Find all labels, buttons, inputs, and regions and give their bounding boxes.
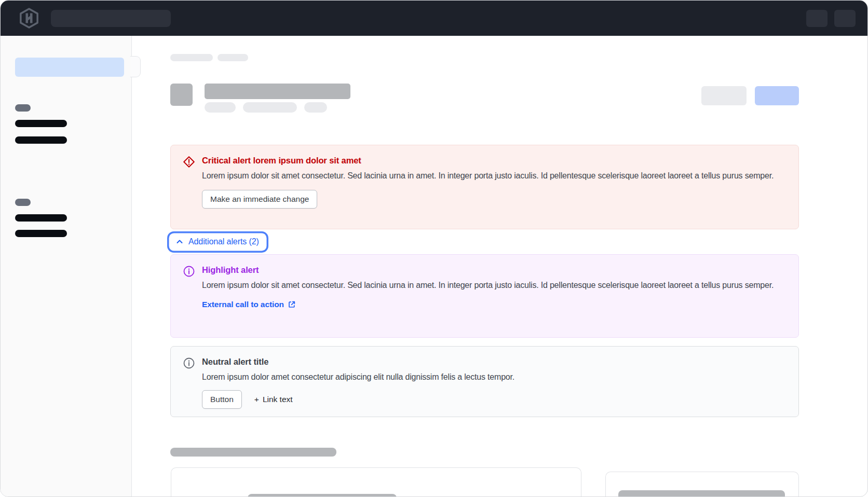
highlight-alert: Highlight alert Lorem ipsum dolor sit am… — [170, 254, 799, 338]
sidebar-nav-item-skeleton[interactable] — [15, 230, 67, 237]
breadcrumb-skeleton — [218, 54, 248, 61]
sidebar-section-label-skeleton — [15, 199, 31, 206]
neutral-link-label: Link text — [263, 395, 293, 404]
info-circle-icon — [183, 265, 195, 327]
sidebar-item-selected[interactable] — [15, 58, 124, 77]
sidebar-nav-item-skeleton[interactable] — [15, 120, 67, 127]
page-title-skeleton — [205, 84, 350, 99]
sidebar-nav-item-skeleton[interactable] — [15, 214, 67, 222]
highlight-alert-title: Highlight alert — [202, 265, 786, 275]
sidebar-nav-item-skeleton[interactable] — [15, 136, 67, 144]
hashicorp-logo-icon — [19, 8, 39, 29]
plus-icon: + — [254, 395, 259, 404]
sidebar-section-label-skeleton — [15, 104, 31, 112]
critical-alert-body: Lorem ipsum dolor sit amet consectetur. … — [202, 169, 786, 182]
additional-alerts-toggle[interactable]: Additional alerts (2) — [170, 234, 265, 250]
section-title-skeleton — [170, 448, 336, 457]
breadcrumb-skeleton — [170, 54, 213, 61]
highlight-alert-body: Lorem ipsum dolor sit amet consectetur. … — [202, 279, 786, 292]
page-badge-skeleton — [304, 102, 327, 113]
card-bar-skeleton — [248, 494, 397, 497]
top-navbar — [1, 1, 867, 36]
sidebar — [1, 36, 132, 497]
neutral-button[interactable]: Button — [202, 390, 242, 409]
content-card-left — [171, 467, 581, 497]
page-badge-skeleton — [205, 102, 236, 113]
critical-alert-title: Critical alert lorem ipsum dolor sit ame… — [202, 156, 786, 165]
external-cta-link[interactable]: External call to action — [202, 300, 296, 309]
neutral-alert: Neutral alert title Lorem ipsum dolor am… — [170, 346, 799, 417]
alert-diamond-icon — [183, 156, 195, 218]
neutral-alert-body: Lorem ipsum dolor amet consectetur adipi… — [202, 370, 786, 383]
sidebar-resize-handle[interactable] — [130, 56, 141, 77]
page-avatar-skeleton — [170, 84, 193, 106]
content-card-right — [605, 472, 799, 497]
additional-alerts-label: Additional alerts (2) — [188, 237, 259, 246]
card-bar-skeleton — [618, 490, 785, 497]
external-cta-label: External call to action — [202, 300, 284, 309]
app-window: Critical alert lorem ipsum dolor sit ame… — [0, 0, 868, 497]
navbar-action-placeholder-2[interactable] — [834, 10, 856, 27]
neutral-alert-title: Neutral alert title — [202, 357, 786, 367]
page-badge-skeleton — [243, 102, 297, 113]
immediate-change-button[interactable]: Make an immediate change — [202, 190, 317, 209]
neutral-link[interactable]: + Link text — [254, 395, 293, 404]
critical-alert: Critical alert lorem ipsum dolor sit ame… — [170, 145, 799, 229]
external-link-icon — [288, 300, 296, 309]
search-input[interactable] — [51, 10, 171, 27]
secondary-button-skeleton[interactable] — [701, 86, 747, 105]
navbar-action-placeholder-1[interactable] — [806, 10, 828, 27]
chevron-up-icon — [175, 238, 184, 246]
info-circle-icon — [183, 357, 195, 406]
primary-button-skeleton[interactable] — [755, 86, 799, 105]
